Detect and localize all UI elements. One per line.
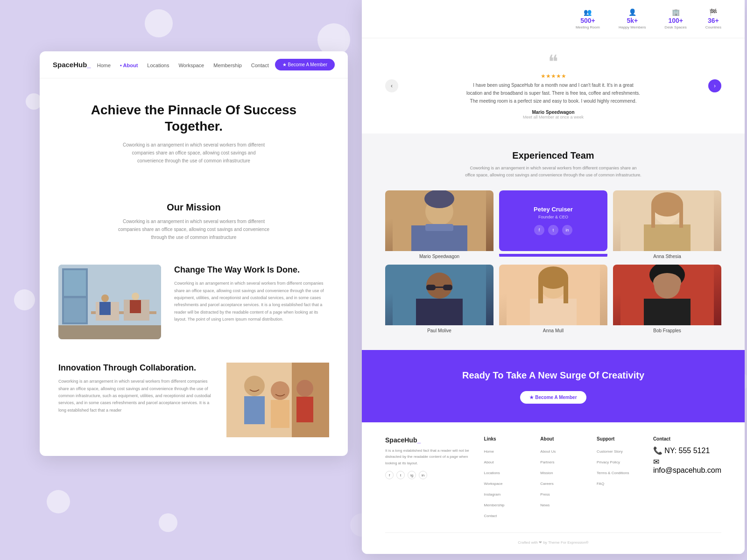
svg-point-16 xyxy=(271,381,289,400)
svg-rect-30 xyxy=(679,204,683,228)
nav-membership[interactable]: Membership xyxy=(213,61,242,69)
svg-rect-45 xyxy=(644,299,691,325)
team-member-anna-m: Anna Mull xyxy=(499,265,607,333)
footer-faq[interactable]: FAQ xyxy=(597,478,639,487)
svg-rect-4 xyxy=(58,325,161,339)
footer-news[interactable]: News xyxy=(540,500,583,508)
team-title: Experienced Team xyxy=(385,150,721,161)
svg-rect-34 xyxy=(426,285,436,290)
change-work-section: Change The Way Work Is Done. Coworking i… xyxy=(40,251,348,353)
footer-facebook-icon[interactable]: f xyxy=(385,471,394,479)
footer-social-links: f t ig in xyxy=(385,471,470,479)
anna-s-name: Anna Sthesia xyxy=(613,254,721,259)
nav-about[interactable]: About xyxy=(120,61,138,69)
team-member-bob: Bob Frapples xyxy=(613,265,721,333)
right-website-card: 👥 500+ Meeting Room 👤 5k+ Happy Members … xyxy=(362,0,745,554)
svg-rect-17 xyxy=(271,400,289,428)
stats-bar: 👥 500+ Meeting Room 👤 5k+ Happy Members … xyxy=(362,0,745,38)
cta-title: Ready To Take A New Surge Of Creativity xyxy=(385,369,721,382)
svg-rect-24 xyxy=(425,224,453,231)
footer-terms[interactable]: Terms & Conditions xyxy=(597,468,639,476)
team-grid: Mario Speedwagon Petey Cruiser Founder &… xyxy=(385,190,721,333)
stat-desks-label: Desk Spaces xyxy=(665,25,687,29)
footer-mission[interactable]: Mission xyxy=(540,468,583,476)
team-description: Coworking is an arrangement in which sev… xyxy=(465,165,642,179)
footer-twitter-icon[interactable]: t xyxy=(396,471,405,479)
innovation-text: Innovation Through Collaboration. Cowork… xyxy=(58,363,213,414)
cta-become-member-button[interactable]: Become A Member xyxy=(520,391,586,404)
petey-facebook-icon[interactable]: f xyxy=(534,225,544,235)
footer-instagram-icon[interactable]: ig xyxy=(408,471,416,479)
petey-linkedin-icon[interactable]: in xyxy=(562,225,572,235)
footer-support-col: Support Customer Story Privacy Policy Te… xyxy=(597,436,639,521)
svg-point-28 xyxy=(651,192,683,217)
stat-meeting-room-label: Meeting Room xyxy=(576,25,600,29)
petey-name-label xyxy=(499,254,607,257)
svg-rect-36 xyxy=(436,287,443,288)
petey-featured-card: Petey Cruiser Founder & CEO f t in xyxy=(499,190,607,251)
footer-link-workspace[interactable]: Workspace xyxy=(484,478,527,487)
anna-m-photo xyxy=(499,265,607,325)
hero-section: Achieve the Pinnacle Of Success Together… xyxy=(40,78,348,183)
footer-link-about[interactable]: About xyxy=(484,457,527,465)
footer-about-title: About xyxy=(540,436,583,441)
nav-workspace[interactable]: Workspace xyxy=(178,61,204,69)
svg-point-10 xyxy=(132,293,139,300)
cta-section: Ready To Take A New Surge Of Creativity … xyxy=(362,350,745,422)
footer-about-us[interactable]: About Us xyxy=(540,446,583,455)
anna-m-name: Anna Mull xyxy=(499,328,607,333)
innovation-description: Coworking is an arrangement in which sev… xyxy=(58,378,213,413)
svg-rect-11 xyxy=(130,300,141,313)
change-work-title: Change The Way Work Is Done. xyxy=(174,265,329,275)
paul-name: Paul Molive xyxy=(385,328,493,333)
footer-linkedin-icon[interactable]: in xyxy=(419,471,427,479)
footer-links-title: Links xyxy=(484,436,527,441)
stat-countries-number: 36+ xyxy=(705,17,721,24)
footer-email: ✉ info@spacehub.com xyxy=(653,457,721,475)
footer-support-list: Customer Story Privacy Policy Terms & Co… xyxy=(597,446,639,487)
footer-brand: SpaceHub_ It is a long established fact … xyxy=(385,436,470,521)
footer-contact-list: 📞 NY: 555 5121 ✉ info@spacehub.com xyxy=(653,446,721,475)
footer-privacy[interactable]: Privacy Policy xyxy=(597,457,639,465)
team-section: Experienced Team Coworking is an arrange… xyxy=(362,133,745,350)
footer-link-contact[interactable]: Contact xyxy=(484,511,527,519)
testimonial-next-button[interactable]: › xyxy=(708,79,721,92)
footer-link-locations[interactable]: Locations xyxy=(484,468,527,476)
nav-cta-button[interactable]: Become A Member xyxy=(275,59,335,70)
svg-rect-41 xyxy=(538,278,543,303)
nav-locations[interactable]: Locations xyxy=(147,61,169,69)
footer-link-membership[interactable]: Membership xyxy=(484,500,527,508)
petey-twitter-icon[interactable]: t xyxy=(548,225,558,235)
footer-divider xyxy=(385,532,721,533)
svg-rect-42 xyxy=(564,278,568,303)
paul-photo xyxy=(385,265,493,325)
team-member-petey: Petey Cruiser Founder & CEO f t in xyxy=(499,190,607,259)
stat-countries: 🏁 36+ Countries xyxy=(705,8,721,29)
nav-links: Home About Locations Workspace Membershi… xyxy=(97,61,269,69)
footer-link-home[interactable]: Home xyxy=(484,446,527,455)
bob-name: Bob Frapples xyxy=(613,328,721,333)
team-member-paul: Paul Molive xyxy=(385,265,493,333)
mission-section: Our Mission Coworking is an arrangement … xyxy=(40,183,348,251)
mario-name: Mario Speedwagon xyxy=(385,254,493,259)
meeting-room-icon: 👥 xyxy=(576,8,600,16)
nav-home[interactable]: Home xyxy=(97,61,111,69)
footer-press[interactable]: Press xyxy=(540,489,583,497)
testimonial-author: Mario Speedwagon xyxy=(408,110,699,115)
stat-countries-label: Countries xyxy=(705,25,721,29)
footer-customer-story[interactable]: Customer Story xyxy=(597,446,639,455)
footer-logo: SpaceHub_ xyxy=(385,436,470,444)
testimonial-prev-button[interactable]: ‹ xyxy=(385,79,398,92)
change-work-text: Change The Way Work Is Done. Coworking i… xyxy=(174,265,329,323)
testimonial-stars: ★★★★★ xyxy=(408,73,699,79)
stat-members-label: Happy Members xyxy=(619,25,646,29)
nav-contact[interactable]: Contact xyxy=(251,61,269,69)
footer-link-instagram[interactable]: Instagram xyxy=(484,489,527,497)
footer-careers[interactable]: Careers xyxy=(540,478,583,487)
svg-rect-15 xyxy=(244,396,265,424)
footer-links-col: Links Home About Locations Workspace Ins… xyxy=(484,436,527,521)
footer-partners[interactable]: Partners xyxy=(540,457,583,465)
mission-description: Coworking is an arrangement in which sev… xyxy=(114,217,273,241)
office-image xyxy=(58,265,161,339)
left-nav: SpaceHub_ Home About Locations Workspace… xyxy=(40,51,348,78)
